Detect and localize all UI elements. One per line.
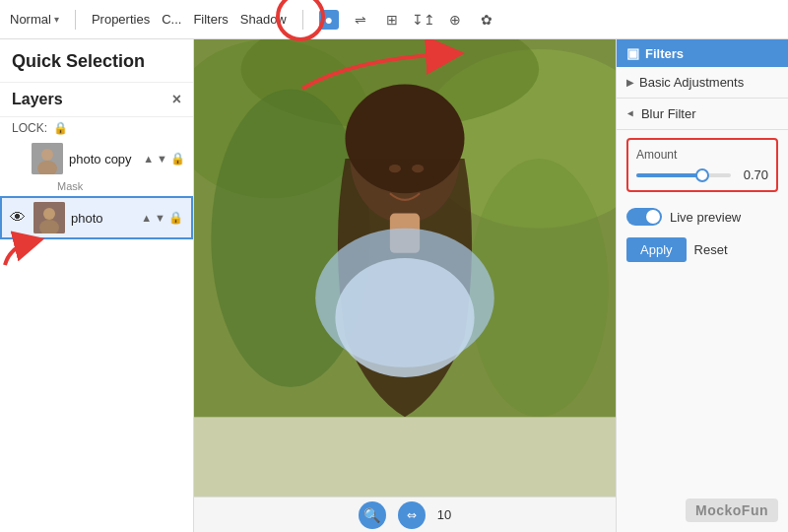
blend-mode-selector[interactable]: Normal ▾ bbox=[10, 12, 59, 27]
layer-thumb-photo bbox=[33, 202, 65, 233]
live-preview-toggle[interactable] bbox=[626, 208, 662, 226]
layer-name-photo: photo bbox=[71, 211, 135, 226]
svg-rect-19 bbox=[194, 417, 616, 497]
zoom-out-button[interactable]: 🔍 bbox=[359, 501, 386, 529]
toolbar: Normal ▾ Properties C... Filters Shadow … bbox=[0, 0, 788, 39]
svg-point-18 bbox=[335, 258, 474, 377]
blur-filter-label: Blur Filter bbox=[641, 106, 696, 121]
mockofun-badge: MockoFun bbox=[686, 499, 778, 522]
live-preview-label: Live preview bbox=[670, 210, 741, 225]
adjust-icon[interactable]: ⇌ bbox=[351, 10, 370, 30]
basic-adjustments-label: Basic Adjustments bbox=[639, 75, 744, 90]
layer-controls-photo: ▲ ▼ 🔒 bbox=[141, 211, 183, 225]
slider-fill bbox=[636, 173, 702, 177]
panel-title: Filters bbox=[645, 46, 684, 61]
svg-point-21 bbox=[412, 165, 424, 172]
basic-adjustments-header[interactable]: ▶ Basic Adjustments bbox=[626, 75, 778, 90]
canvas-bottom-bar: 🔍 ⇔ 10 bbox=[194, 497, 616, 532]
add-layer-icon[interactable]: ⊕ bbox=[445, 10, 465, 30]
circle-icon[interactable]: ● bbox=[319, 10, 339, 30]
visibility-icon-photo[interactable]: 👁 bbox=[10, 209, 28, 227]
layer-item-photo-copy[interactable]: photo copy ▲ ▼ 🔒 bbox=[0, 139, 193, 178]
sort-icon[interactable]: ↧↥ bbox=[414, 10, 433, 30]
canvas-image[interactable] bbox=[194, 39, 616, 497]
shadow-button[interactable]: Shadow bbox=[240, 12, 287, 27]
blur-filter-section: ▼ Blur Filter bbox=[617, 99, 788, 130]
toggle-knob bbox=[646, 210, 660, 224]
blur-filter-box: Amount 0.70 bbox=[626, 138, 778, 192]
layers-icon[interactable]: ⊞ bbox=[382, 10, 402, 30]
layers-header: Layers × bbox=[0, 83, 193, 117]
slider-row: 0.70 bbox=[636, 167, 768, 182]
slider-thumb[interactable] bbox=[695, 168, 709, 182]
basic-adjustments-section: ▶ Basic Adjustments bbox=[617, 67, 788, 99]
layer-mask-item: Mask bbox=[0, 178, 193, 196]
layers-label: Layers bbox=[12, 91, 63, 108]
layer-name-photo-copy: photo copy bbox=[69, 152, 137, 166]
canvas-area: 🔍 ⇔ 10 bbox=[194, 39, 616, 532]
layer-item-photo[interactable]: 👁 photo ▲ ▼ 🔒 bbox=[0, 196, 193, 239]
channels-button[interactable]: C... bbox=[162, 12, 181, 27]
panel-header: ▣ Filters bbox=[617, 39, 788, 67]
app-title: Quick Selection bbox=[0, 39, 193, 83]
lock-icon: 🔒 bbox=[53, 121, 68, 135]
amount-label: Amount bbox=[636, 148, 768, 162]
red-arrow-layer bbox=[0, 228, 59, 267]
layer-down-btn-2[interactable]: ▼ bbox=[155, 212, 165, 224]
basic-adjust-arrow: ▶ bbox=[626, 77, 634, 88]
lock-label: LOCK: bbox=[12, 121, 47, 135]
lock-row: LOCK: 🔒 bbox=[0, 117, 193, 139]
live-preview-row: Live preview bbox=[617, 200, 788, 233]
pan-button[interactable]: ⇔ bbox=[398, 501, 426, 529]
slider-value: 0.70 bbox=[739, 167, 768, 182]
layer-up-btn[interactable]: ▲ bbox=[143, 153, 154, 165]
panel-header-icon: ▣ bbox=[626, 45, 639, 61]
zoom-value: 10 bbox=[437, 507, 451, 522]
settings-icon[interactable]: ✿ bbox=[477, 10, 496, 30]
properties-button[interactable]: Properties bbox=[92, 12, 150, 27]
blend-mode-arrow: ▾ bbox=[54, 14, 59, 25]
reset-button[interactable]: Reset bbox=[694, 242, 728, 257]
svg-point-20 bbox=[389, 165, 401, 172]
portrait-svg bbox=[194, 39, 616, 497]
layer-down-btn[interactable]: ▼ bbox=[157, 153, 167, 165]
close-button[interactable]: × bbox=[172, 91, 181, 108]
layer-lock-icon: 🔒 bbox=[170, 152, 185, 166]
filters-panel: ▣ Filters ▶ Basic Adjustments ▼ Blur Fil… bbox=[616, 39, 788, 532]
svg-point-4 bbox=[43, 208, 55, 220]
separator-2 bbox=[302, 10, 303, 30]
layer-up-btn-2[interactable]: ▲ bbox=[141, 212, 152, 224]
mask-label: Mask bbox=[57, 180, 83, 192]
layer-lock-icon-2: 🔒 bbox=[168, 211, 183, 225]
action-row: Apply Reset bbox=[617, 233, 788, 270]
layer-controls-photo-copy: ▲ ▼ 🔒 bbox=[143, 152, 185, 166]
blur-filter-header[interactable]: ▼ Blur Filter bbox=[626, 106, 778, 121]
blur-filter-arrow: ▼ bbox=[625, 109, 636, 119]
apply-button[interactable]: Apply bbox=[626, 237, 687, 262]
filters-button[interactable]: Filters bbox=[193, 12, 228, 27]
sidebar: Quick Selection Layers × LOCK: 🔒 photo c… bbox=[0, 39, 194, 532]
separator-1 bbox=[75, 10, 76, 30]
svg-point-1 bbox=[41, 149, 53, 161]
slider-track[interactable] bbox=[636, 173, 731, 177]
main-content: Quick Selection Layers × LOCK: 🔒 photo c… bbox=[0, 39, 788, 532]
layer-thumb-photo-copy bbox=[32, 143, 63, 174]
